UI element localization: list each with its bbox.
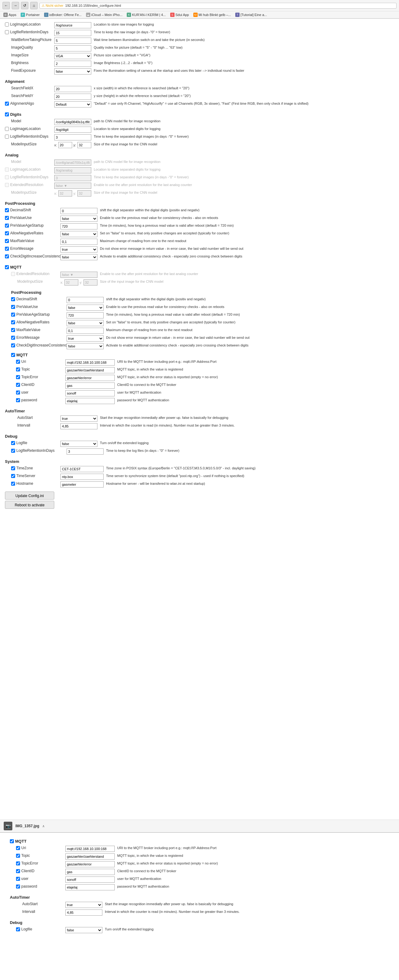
system-timeserver-checkbox[interactable] [11,474,15,478]
mqtt1-pp-max-rate-input[interactable] [67,328,104,334]
analog-log-image-checkbox[interactable] [5,167,9,172]
mqtt2-topic-input[interactable] [65,853,115,859]
autotimer1-autostart-select[interactable]: true [61,415,97,422]
analog-logfile-retention-checkbox[interactable] [5,175,9,179]
image-size-select[interactable]: VGA [54,53,91,59]
mqtt2-user-checkbox[interactable] [16,877,20,881]
bookmark-tutorial[interactable]: T [Tutorial] Eine a... [235,12,268,17]
bookmark-icloud[interactable]: ☁ iCloud – Mein iPho... [85,12,124,17]
mqtt1-section-checkbox[interactable] [5,265,9,269]
mqtt2-uri-input[interactable] [65,846,115,852]
pp1-allow-neg-rates-checkbox[interactable] [5,231,9,235]
log-image-location-input[interactable] [54,22,91,28]
pp1-decimal-shift-checkbox[interactable] [5,208,9,212]
mqtt1-pp-pre-value-use-checkbox[interactable] [11,305,15,309]
digits-y-input[interactable] [77,142,91,148]
reboot-to-activate-button[interactable]: Reboot to activate [5,501,54,509]
pp1-pre-value-age-input[interactable] [61,223,97,229]
system-hostname-input[interactable] [61,481,104,488]
pp1-check-digit-select[interactable]: false [61,254,97,260]
mqtt2-topic-error-input[interactable] [65,861,115,867]
forward-button[interactable]: → [12,2,19,9]
mqtt2-section-checkbox[interactable] [10,839,14,843]
pp1-pre-value-age-checkbox[interactable] [5,224,9,228]
mqtt1-pp-allow-neg-checkbox[interactable] [11,320,15,324]
pp1-check-digit-checkbox[interactable] [5,255,9,258]
mqtt1-pp-decimal-input[interactable] [67,297,104,303]
mqtt2-client-id-input[interactable] [65,869,115,875]
mqtt1-user-input[interactable] [65,390,115,396]
mqtt1-client-id-checkbox[interactable] [16,383,20,387]
mqtt1-password-input[interactable] [65,398,115,404]
alignment-algo-checkbox[interactable] [5,102,9,106]
mqtt1-topic-error-input[interactable] [65,375,115,381]
brightness-input[interactable] [54,60,91,67]
mqtt1-pp-check-digit-select[interactable]: false [67,343,104,349]
mqtt1-pp-pre-value-use-select[interactable]: false [67,305,104,311]
pp1-error-message-checkbox[interactable] [5,247,9,251]
mqtt1-uri-checkbox[interactable] [16,360,20,364]
mqtt2-topic-checkbox[interactable] [16,854,20,858]
bookmark-sdui[interactable]: S Sdui App [169,12,190,17]
mqtt1-x-input[interactable] [64,279,78,285]
mqtt2-password-input[interactable] [65,884,115,890]
mqtt1-extended-res-input[interactable] [61,272,97,278]
mqtt2-password-checkbox[interactable] [16,885,20,889]
pp1-allow-neg-rates-select[interactable]: false [61,231,97,237]
address-bar[interactable]: ⚠ Nicht sicher 192.168.10.158/index_conf… [40,3,397,9]
system-hostname-checkbox[interactable] [11,482,15,486]
bookmark-kuran[interactable]: K KUR'AN-I KERİM | 4... [126,12,166,17]
system-timezone-input[interactable] [61,466,104,472]
mqtt1-pp-check-digit-checkbox[interactable] [11,344,15,347]
autotimer2-autostart-select[interactable]: true [65,902,102,908]
reload-button[interactable]: ↺ [21,2,29,9]
mqtt2-uri-checkbox[interactable] [16,846,20,850]
mqtt1-pp-error-message-checkbox[interactable] [11,336,15,340]
mqtt1-client-id-input[interactable] [65,382,115,389]
digits-model-input[interactable] [54,119,91,125]
fixed-exposure-select[interactable]: false [54,68,91,75]
pp1-max-rate-checkbox[interactable] [5,239,9,243]
mqtt1-topic-input[interactable] [65,367,115,373]
mqtt1-pp-decimal-checkbox[interactable] [11,297,15,301]
mqtt1-uri-input[interactable] [65,360,115,366]
analog-x-input[interactable] [58,190,72,196]
mqtt1-user-checkbox[interactable] [16,391,20,395]
analog-log-image-input[interactable] [54,167,91,173]
analog-logfile-retention-input[interactable] [54,175,91,181]
debug1-logfile-checkbox[interactable] [11,441,15,445]
back-button[interactable]: ← [2,2,10,9]
debug1-logfile-select[interactable]: false [61,441,97,447]
mqtt1-password-checkbox[interactable] [16,398,20,402]
digits-log-image-checkbox[interactable] [5,127,9,131]
digits-log-image-input[interactable] [54,127,91,133]
logfile-retention-input[interactable] [54,30,91,36]
digits-section-checkbox[interactable] [5,112,9,116]
image-quality-input[interactable] [54,45,91,51]
bookmark-mihub[interactable]: M Mi hub Blinkt gelb –... [192,12,232,17]
mqtt1-pp-pre-value-age-input[interactable] [67,312,104,318]
digits-x-input[interactable] [58,142,72,148]
pp1-decimal-shift-input[interactable] [61,208,97,214]
mqtt1-topic-error-checkbox[interactable] [16,375,20,379]
mqtt1-pp-max-rate-checkbox[interactable] [11,328,15,332]
bookmark-portainer[interactable]: P Portainer [20,12,41,17]
bookmark-iobroker[interactable]: i ioBroker: Offene Fe... [43,12,83,17]
analog-y-input[interactable] [77,190,91,196]
mqtt2-topic-error-checkbox[interactable] [16,861,20,865]
debug2-logfile-select[interactable]: false [65,927,102,933]
mqtt1-topic-checkbox[interactable] [16,368,20,371]
search-field-x-input[interactable] [54,86,91,92]
analog-extended-res-checkbox[interactable] [5,183,9,187]
alignment-algo-select[interactable]: Default [54,101,91,108]
log-image-location-checkbox[interactable] [5,22,9,27]
update-config-button[interactable]: Update Config.ini [5,492,54,500]
logfile-retention-checkbox[interactable] [5,30,9,34]
system-timezone-checkbox[interactable] [11,466,15,470]
mqtt1-inner-checkbox[interactable] [11,353,15,357]
search-field-y-input[interactable] [54,94,91,100]
mqtt2-client-id-checkbox[interactable] [16,869,20,873]
digits-logfile-retention-checkbox[interactable] [5,135,9,138]
wait-picture-input[interactable] [54,38,91,44]
debug2-logfile-checkbox[interactable] [16,928,20,931]
